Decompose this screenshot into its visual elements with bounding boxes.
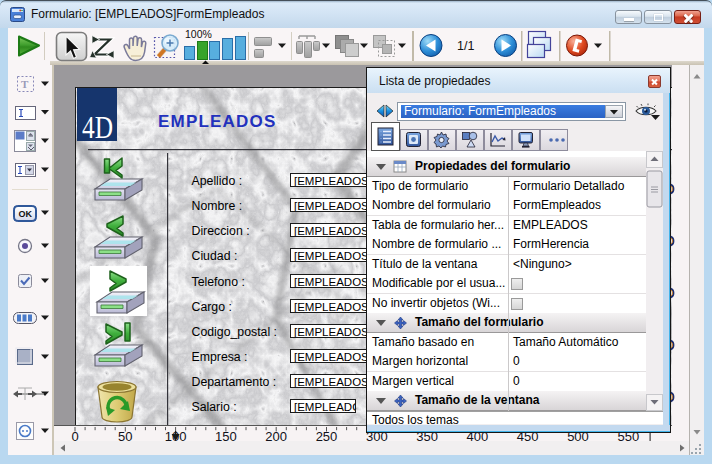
svg-text:4D: 4D (82, 110, 113, 145)
svg-text:OK: OK (19, 209, 33, 219)
svg-text:100%: 100% (185, 28, 212, 40)
svg-text:T: T (21, 78, 29, 90)
svg-text:1/1: 1/1 (457, 39, 474, 53)
